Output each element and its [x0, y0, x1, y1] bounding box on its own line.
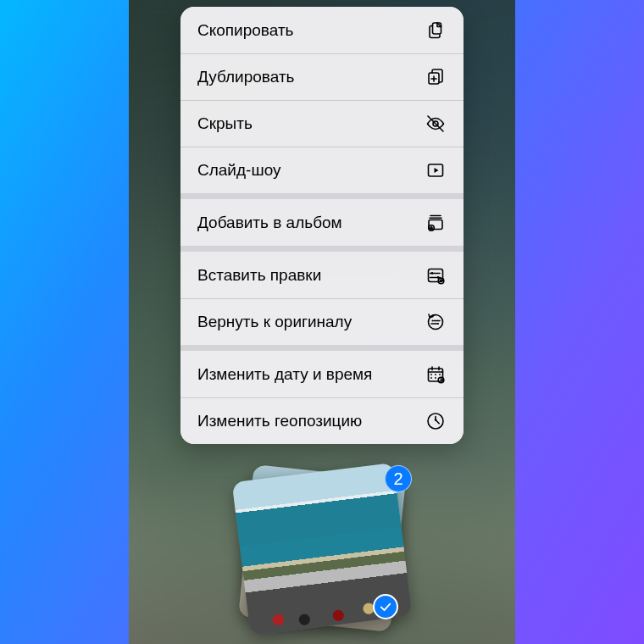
menu-item-label: Скопировать: [197, 21, 293, 40]
menu-item-add-to-album[interactable]: Добавить в альбом: [180, 199, 464, 246]
background-gradient: Скопировать Дублировать Скрыть: [0, 0, 644, 644]
calendar-icon: [425, 364, 447, 386]
slideshow-icon: [425, 159, 447, 181]
menu-item-label: Вставить правки: [197, 266, 321, 285]
duplicate-icon: [425, 66, 447, 88]
svg-point-31: [430, 374, 432, 375]
svg-point-33: [439, 374, 441, 375]
revert-icon: [425, 311, 447, 333]
menu-item-revert[interactable]: Вернуть к оригиналу: [180, 298, 464, 345]
svg-point-38: [435, 419, 436, 420]
hide-icon: [425, 113, 447, 135]
menu-item-duplicate[interactable]: Дублировать: [180, 53, 464, 100]
add-album-icon: [425, 212, 447, 234]
menu-item-label: Вернуть к оригиналу: [197, 313, 352, 331]
context-menu: Скопировать Дублировать Скрыть: [180, 7, 464, 444]
menu-item-copy[interactable]: Скопировать: [180, 7, 464, 53]
menu-item-label: Добавить в альбом: [197, 214, 342, 232]
menu-item-label: Изменить дату и время: [197, 365, 372, 384]
menu-item-label: Дублировать: [197, 68, 295, 86]
svg-marker-7: [435, 168, 439, 173]
location-icon: [425, 410, 447, 432]
menu-group: Добавить в альбом: [180, 193, 464, 246]
menu-group: Вставить правки Вернуть к оригиналу: [180, 246, 464, 345]
menu-item-slideshow[interactable]: Слайд-шоу: [180, 147, 464, 193]
menu-item-label: Слайд-шоу: [197, 161, 281, 180]
selection-count-badge: 2: [385, 465, 412, 492]
svg-point-32: [435, 374, 436, 375]
svg-point-34: [430, 377, 432, 379]
copy-icon: [425, 19, 447, 42]
menu-group: Скопировать Дублировать Скрыть: [180, 7, 464, 193]
menu-item-label: Изменить геопозицию: [197, 412, 362, 430]
svg-point-35: [435, 377, 436, 379]
paste-edits-icon: [425, 264, 447, 286]
menu-item-label: Скрыть: [197, 114, 253, 133]
phone-screenshot: Скопировать Дублировать Скрыть: [129, 0, 515, 644]
selection-check-icon: [373, 594, 398, 619]
selection-stack[interactable]: 2: [234, 470, 410, 630]
menu-item-hide[interactable]: Скрыть: [180, 100, 464, 147]
menu-item-edit-location[interactable]: Изменить геопозицию: [180, 397, 464, 444]
menu-item-edit-datetime[interactable]: Изменить дату и время: [180, 351, 464, 397]
menu-group: Изменить дату и время Изменить геопозици…: [180, 345, 464, 444]
menu-item-paste-edits[interactable]: Вставить правки: [180, 252, 464, 298]
